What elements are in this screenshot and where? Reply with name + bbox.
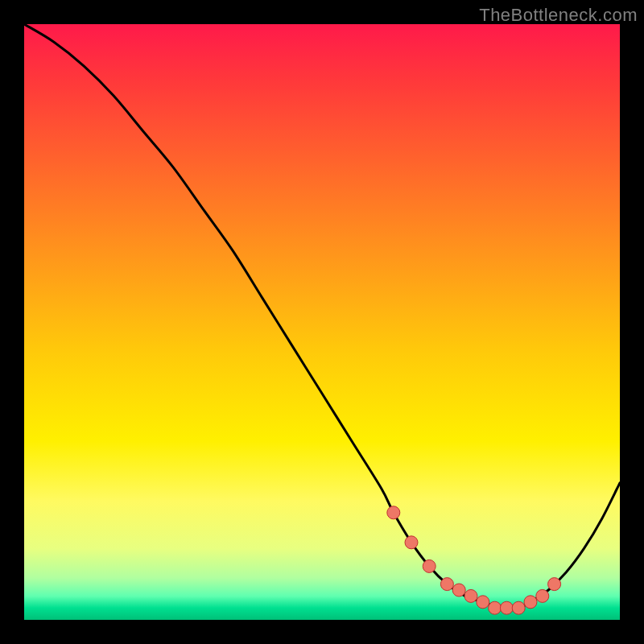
marker-point — [477, 596, 489, 609]
marker-point — [464, 589, 477, 602]
marker-point — [423, 559, 436, 572]
marker-point — [500, 601, 513, 614]
watermark-text: TheBottleneck.com — [479, 5, 638, 26]
marker-point — [536, 589, 549, 602]
marker-point — [524, 596, 537, 609]
marker-point — [440, 578, 453, 591]
marker-point — [387, 506, 400, 519]
marker-point — [548, 578, 561, 591]
bottleneck-curve — [24, 24, 620, 609]
chart-svg — [24, 24, 620, 620]
marker-points — [387, 506, 561, 614]
marker-point — [512, 601, 525, 614]
chart-container: TheBottleneck.com — [0, 0, 644, 644]
marker-point — [489, 601, 502, 614]
marker-point — [405, 536, 418, 549]
marker-point — [452, 584, 465, 597]
plot-area — [24, 24, 620, 620]
